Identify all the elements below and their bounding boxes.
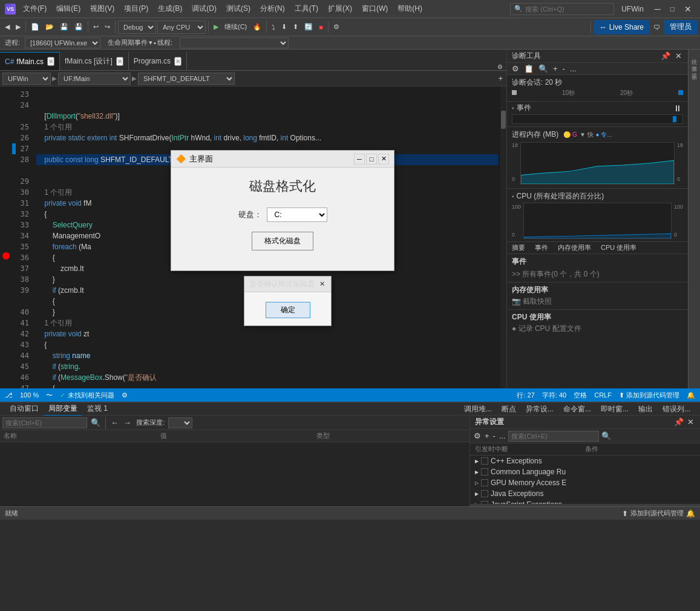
diag-zoom-out-button[interactable]: - [561, 64, 566, 73]
breakpoints-button[interactable]: ⚙ [331, 20, 342, 34]
exception-item-js[interactable]: ▷ JavaScript Exceptions [470, 499, 700, 504]
dialog-minimize-btn[interactable]: ─ [354, 154, 365, 165]
exception-close-button[interactable]: ✕ [686, 417, 695, 426]
class-select[interactable]: UF.fMain [58, 73, 131, 85]
exception-item-gpu[interactable]: ▷ GPU Memory Access E [470, 477, 700, 488]
step-into-button[interactable]: ⬇ [279, 20, 289, 34]
bottom-tab-localvars[interactable]: 局部变量 [44, 402, 82, 416]
menu-view[interactable]: 视图(V) [85, 2, 119, 15]
diag-options-button[interactable]: ... [569, 64, 578, 73]
search-button[interactable]: 🔍 [90, 418, 102, 427]
clr-expand-arrow[interactable]: ▶ [475, 469, 479, 475]
dialog-close-btn[interactable]: ✕ [378, 154, 389, 165]
continue-button[interactable]: 继续(C) [222, 20, 249, 34]
measure-icon[interactable]: 测量 [689, 59, 699, 64]
nav-forward-button[interactable]: → [122, 418, 132, 427]
bottom-tab-errors[interactable]: 错误列... [658, 403, 695, 416]
minimize-button[interactable]: ─ [651, 4, 664, 14]
menu-build[interactable]: 生成(B) [153, 2, 187, 15]
diag-pin-button[interactable]: 📌 [659, 51, 672, 60]
add-source-button[interactable]: ⬆ 添加到源代码管理 [619, 391, 679, 400]
bottom-tab-breakpoints[interactable]: 断点 [497, 403, 521, 416]
start-button[interactable]: ▶ [211, 20, 221, 34]
bottom-tab-output[interactable]: 输出 [633, 403, 658, 416]
exception-item-cpp[interactable]: ▶ C++ Exceptions [470, 456, 700, 466]
diag-settings-button[interactable]: ⚙ [511, 64, 520, 73]
exception-pin-button[interactable]: 📌 [673, 417, 685, 426]
exception-search-input[interactable] [508, 431, 599, 442]
live-share-button[interactable]: ↔ Live Share [594, 20, 650, 34]
manage-button[interactable]: 管理员 [664, 20, 698, 34]
diag-zoom-in-button[interactable]: + [552, 64, 559, 73]
step-over-button[interactable]: ⤵ [269, 20, 278, 34]
summary-tab-memory[interactable]: 内存使用率 [553, 242, 596, 253]
editor-options-button[interactable]: ⚙ [496, 64, 504, 70]
tab-program-cs[interactable]: Program.cs ✕ [129, 52, 187, 70]
cpu-target-select[interactable]: Any CPU [157, 21, 206, 34]
bottom-tab-autownd[interactable]: 自动窗口 [5, 402, 44, 416]
editor-scrollbar[interactable] [500, 87, 506, 388]
exception-item-java[interactable]: ▶ Java Exceptions [470, 488, 700, 499]
feedback-button[interactable]: 🗨 [651, 20, 662, 34]
tab-program-close[interactable]: ✕ [174, 57, 182, 66]
tab-fmain-cs[interactable]: C# fMain.cs ✕ [0, 52, 60, 70]
exception-remove-button[interactable]: - [492, 431, 497, 440]
menu-tools[interactable]: 工具(T) [290, 2, 323, 15]
tab-fmain-close[interactable]: ✕ [47, 57, 54, 66]
namespace-select[interactable]: UFWin [2, 73, 51, 85]
confirm-ok-button[interactable]: 确定 [266, 302, 310, 318]
format-disk-button[interactable]: 格式化磁盘 [252, 232, 313, 250]
cpu-record-button[interactable]: ● 记录 CPU 配置文件 [512, 324, 683, 334]
menu-test[interactable]: 测试(S) [221, 2, 255, 15]
gpu-expand-arrow[interactable]: ▷ [475, 480, 479, 486]
member-select[interactable]: SHFMT_ID_DEFAULT [138, 73, 235, 85]
new-file-button[interactable]: 📄 [28, 20, 42, 34]
menu-debug[interactable]: 调试(D) [187, 2, 221, 15]
cpp-checkbox[interactable] [481, 457, 488, 465]
events-button[interactable]: 生命周期事件 ▾ • 线程: [105, 36, 175, 50]
menu-analyze[interactable]: 分析(N) [255, 2, 290, 15]
diag-close-button[interactable]: ✕ [674, 51, 683, 60]
clr-checkbox[interactable] [481, 468, 488, 475]
pause-events-button[interactable]: ⏸ [672, 103, 683, 113]
bottom-tab-immediate[interactable]: 即时窗... [596, 403, 633, 416]
close-button[interactable]: ✕ [681, 4, 695, 14]
step-out-button[interactable]: ⬆ [290, 20, 301, 34]
menu-help[interactable]: 帮助(H) [393, 2, 427, 15]
bottom-tab-exceptions[interactable]: 异常设... [521, 403, 558, 416]
confirm-dialog[interactable]: 是否确认格式化磁盘 ✕ 确定 [244, 276, 332, 326]
menu-window[interactable]: 窗口(W) [357, 2, 393, 15]
summary-tab-cpu[interactable]: CPU 使用率 [596, 242, 641, 253]
stop-button[interactable]: ■ [316, 20, 325, 34]
exception-options-button[interactable]: ... [498, 431, 507, 440]
summary-tab-summary[interactable]: 摘要 [507, 242, 530, 253]
undo-button[interactable]: ↩ [91, 20, 101, 34]
summary-tab-events[interactable]: 事件 [530, 242, 553, 253]
exception-filter-button[interactable]: ⚙ [473, 431, 482, 440]
diag-search-button[interactable]: 🔍 [537, 64, 549, 73]
all-events-label[interactable]: >> 所有事件(0 个，共 0 个) [512, 269, 683, 279]
back-button[interactable]: ◀ [2, 20, 12, 34]
cpp-expand-arrow[interactable]: ▶ [475, 459, 479, 464]
confirm-close-btn[interactable]: ✕ [318, 280, 326, 288]
dialog-maximize-btn[interactable]: □ [366, 154, 377, 165]
bottom-tab-callstack[interactable]: 调用堆... [459, 403, 497, 416]
notifications-bell[interactable]: 🔔 [686, 509, 695, 518]
local-vars-search[interactable] [2, 417, 87, 428]
java-checkbox[interactable] [481, 490, 488, 497]
exception-item-clr[interactable]: ▶ Common Language Ru [470, 466, 700, 477]
save-all-button[interactable]: 💾 [72, 20, 85, 34]
tab-fmain-design[interactable]: fMain.cs [设计] ✕ [60, 52, 129, 70]
open-button[interactable]: 📂 [43, 20, 56, 34]
process-select[interactable]: [18660] UFWin.exe [25, 38, 100, 48]
gpu-checkbox[interactable] [481, 479, 488, 486]
nav-back-button[interactable]: ← [110, 418, 120, 427]
global-search-input[interactable] [525, 5, 610, 13]
maximize-button[interactable]: □ [667, 5, 678, 13]
exception-add-button[interactable]: + [483, 431, 491, 440]
redo-button[interactable]: ↪ [102, 20, 113, 34]
add-member-button[interactable]: + [497, 74, 504, 83]
exception-scrollbar[interactable] [470, 504, 700, 506]
save-button[interactable]: 💾 [57, 20, 71, 34]
bottom-tab-watch[interactable]: 监视 1 [82, 402, 113, 416]
